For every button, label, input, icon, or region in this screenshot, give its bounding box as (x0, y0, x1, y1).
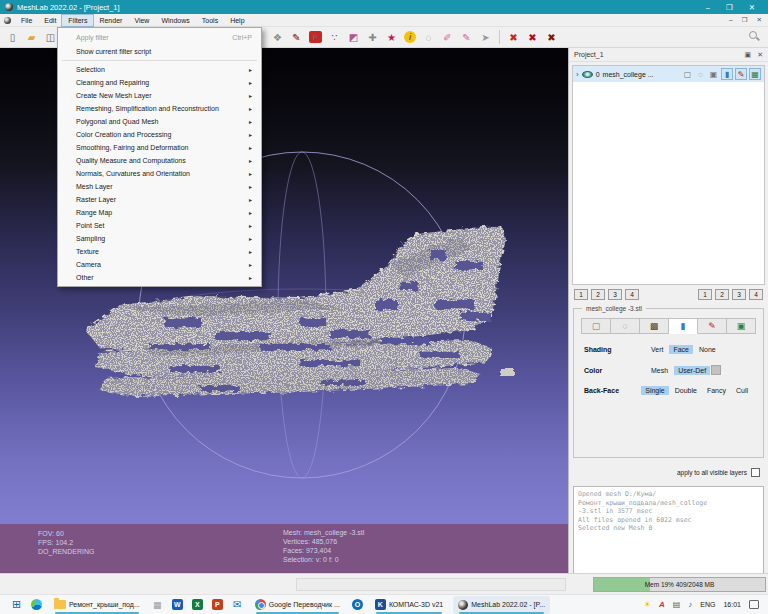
menu-item-texture[interactable]: Texture (58, 245, 261, 258)
mail-icon[interactable]: ✉ (230, 597, 245, 613)
shading-none-option[interactable]: None (695, 345, 720, 354)
menu-item-sampling[interactable]: Sampling (58, 232, 261, 245)
weather-icon[interactable]: ☀ (644, 600, 651, 609)
menu-render[interactable]: Render (93, 15, 128, 26)
menu-item-apply-filter[interactable]: Apply filter Ctrl+P (58, 30, 261, 44)
dashed-select-icon[interactable]: ◌ (695, 69, 706, 80)
camera-icon[interactable]: ▣ (708, 69, 719, 80)
gray-app-icon[interactable]: ▦ (150, 597, 165, 613)
layer-visibility-eye-icon[interactable] (582, 71, 593, 78)
menu-item-smoothing[interactable]: Smoothing, Fairing and Deformation (58, 141, 261, 154)
menu-item-show-filter-script[interactable]: Show current filter script (58, 44, 261, 58)
page-button-4[interactable]: 4 (625, 289, 639, 300)
excel-icon[interactable]: X (190, 597, 205, 613)
clock[interactable]: 16:01 (723, 601, 741, 608)
volume-icon[interactable]: ♪ (688, 600, 692, 609)
vert-color-toggle[interactable]: ▮ (721, 68, 733, 80)
taskbar-folder-window[interactable]: Ремонт_крыши_под... (49, 596, 145, 614)
menu-item-camera[interactable]: Camera (58, 258, 261, 271)
mdi-minimize-button[interactable]: – (729, 16, 733, 24)
shading-face-option[interactable]: Face (669, 345, 693, 354)
tab-points[interactable]: ◌ (611, 318, 640, 334)
taskbar-kompas-window[interactable]: K КОМПАС-3D v21 (370, 596, 448, 614)
menu-item-color-creation[interactable]: Color Creation and Processing (58, 128, 261, 141)
page-button-4b[interactable]: 4 (749, 289, 763, 300)
tab-bbox[interactable]: ▢ (581, 318, 611, 334)
open-project-icon[interactable]: ▰ (23, 29, 40, 45)
arrow-tool-icon[interactable]: ➤ (477, 29, 494, 45)
menu-item-range-map[interactable]: Range Map (58, 206, 261, 219)
tab-paint[interactable]: ✎ (698, 318, 727, 334)
menu-tools[interactable]: Tools (196, 15, 224, 26)
menu-item-normals[interactable]: Normals, Curvatures and Orientation (58, 167, 261, 180)
z-painting-icon[interactable]: ✎ (288, 29, 305, 45)
color-mesh-option[interactable]: Mesh (647, 366, 672, 375)
stamp-icon[interactable]: ❖ (269, 29, 286, 45)
start-button[interactable]: ⊞ (9, 597, 24, 613)
language-indicator[interactable]: ENG (700, 601, 715, 608)
page-button-3[interactable]: 3 (608, 289, 622, 300)
menu-item-cleaning[interactable]: Cleaning and Repairing (58, 76, 261, 89)
close-button[interactable]: ✕ (749, 3, 755, 12)
menu-item-point-set[interactable]: Point Set (58, 219, 261, 232)
delete-mesh-icon[interactable]: ✖ (505, 29, 522, 45)
menu-view[interactable]: View (128, 15, 155, 26)
tab-fill[interactable]: ▮ (669, 318, 698, 334)
move-selection-icon[interactable]: ✚ (364, 29, 381, 45)
mdi-close-button[interactable]: ✕ (757, 16, 762, 24)
menu-filters[interactable]: Filters (62, 15, 93, 26)
menu-help[interactable]: Help (224, 15, 250, 26)
face-color-toggle[interactable]: ✎ (735, 68, 747, 80)
info-icon[interactable]: i (404, 31, 416, 43)
tab-texture[interactable]: ▣ (727, 318, 756, 334)
select-vertices-icon[interactable]: ∵ (326, 29, 343, 45)
wire-cube-icon[interactable]: ▢ (682, 69, 693, 80)
backface-double-option[interactable]: Double (671, 386, 701, 395)
delete-raster-icon[interactable]: ✖ (543, 29, 560, 45)
menu-item-other[interactable]: Other (58, 271, 261, 284)
color-userdef-option[interactable]: User-Def (674, 366, 710, 375)
apply-all-layers-checkbox[interactable] (751, 468, 760, 477)
dock-header[interactable]: Project_1 ▣ ✕ (569, 48, 768, 62)
layer-list[interactable]: › 0 mesh_college ... ▢ ◌ ▣ ▮ ✎ ▦ (572, 65, 765, 285)
delete-all-meshes-icon[interactable]: ✖ (524, 29, 541, 45)
menu-file[interactable]: File (15, 15, 38, 26)
page-button-2[interactable]: 2 (591, 289, 605, 300)
quality-mapper-icon[interactable]: P (309, 31, 322, 43)
dock-float-button[interactable]: ▣ (745, 51, 752, 59)
word-icon[interactable]: W (170, 597, 185, 613)
new-file-icon[interactable]: ▯ (4, 29, 21, 45)
paint-brush-icon[interactable]: ✎ (458, 29, 475, 45)
menu-item-selection[interactable]: Selection (58, 63, 261, 76)
outlook-icon[interactable]: O (350, 597, 365, 613)
mdi-restore-button[interactable]: ❐ (742, 16, 748, 24)
paint-brush-icon[interactable]: ✐ (439, 29, 456, 45)
dock-close-button[interactable]: ✕ (757, 51, 763, 59)
backface-single-option[interactable]: Single (641, 386, 668, 395)
page-button-2b[interactable]: 2 (715, 289, 729, 300)
taskbar-chrome-window[interactable]: Google Переводчик ... (250, 596, 345, 614)
menu-item-quality[interactable]: Quality Measure and Computations (58, 154, 261, 167)
maximize-button[interactable]: ❐ (726, 3, 733, 12)
backface-fancy-option[interactable]: Fancy (703, 386, 730, 395)
page-button-3b[interactable]: 3 (732, 289, 746, 300)
menu-item-remeshing[interactable]: Remeshing, Simplification and Reconstruc… (58, 102, 261, 115)
layer-row[interactable]: › 0 mesh_college ... ▢ ◌ ▣ ▮ ✎ ▦ (573, 66, 764, 82)
lasso-select-icon[interactable]: ◌ (420, 29, 437, 45)
select-faces-icon[interactable]: ◩ (345, 29, 362, 45)
tab-wire[interactable]: ▩ (640, 318, 669, 334)
minimize-button[interactable]: – (706, 3, 710, 12)
layer-expander-icon[interactable]: › (576, 70, 579, 79)
menu-item-create-layer[interactable]: Create New Mesh Layer (58, 89, 261, 102)
search-filter-icon[interactable] (749, 31, 760, 42)
user-color-swatch[interactable] (711, 365, 721, 375)
menu-item-polygonal[interactable]: Polygonal and Quad Mesh (58, 115, 261, 128)
menu-windows[interactable]: Windows (155, 15, 195, 26)
powerpoint-icon[interactable]: P (210, 597, 225, 613)
page-button-1[interactable]: 1 (574, 289, 588, 300)
notification-center-icon[interactable] (749, 600, 759, 609)
taskbar-meshlab-window[interactable]: MeshLab 2022.02 - [P... (453, 596, 550, 614)
decorate-star-icon[interactable]: ★ (383, 29, 400, 45)
edge-icon[interactable] (29, 597, 44, 613)
menu-edit[interactable]: Edit (38, 15, 62, 26)
